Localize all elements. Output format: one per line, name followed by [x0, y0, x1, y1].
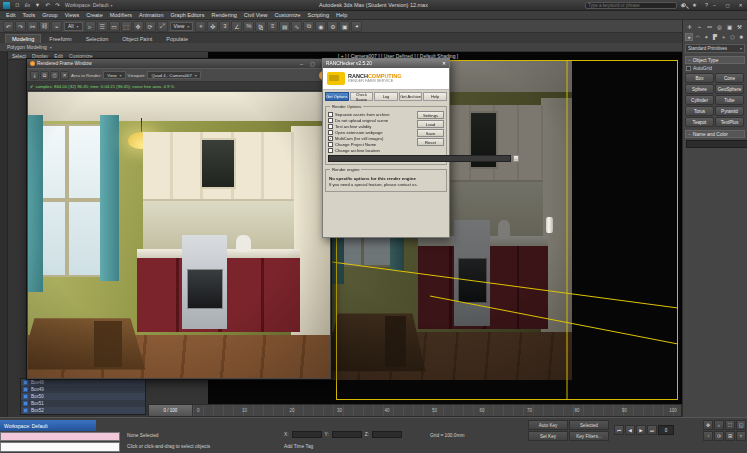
list-item[interactable]: Box49	[21, 386, 145, 393]
ranch-option-checkbox[interactable]: Change archive location	[328, 148, 415, 153]
ribbon-tab[interactable]: Selection	[80, 35, 115, 43]
ranch-option-checkbox[interactable]: ✓ MultiCam (for still images)	[328, 136, 415, 141]
select-and-link-icon[interactable]: ⚯	[27, 21, 38, 32]
maxscript-mini-listener-white[interactable]	[0, 442, 120, 452]
ranch-action-button[interactable]: Settings	[417, 111, 444, 119]
angle-snap-icon[interactable]: ∠	[231, 21, 242, 32]
zoom-all-icon[interactable]: ⌗	[736, 431, 746, 441]
add-time-tag[interactable]: Add Time Tag	[284, 444, 313, 449]
primitive-button[interactable]: Cone	[715, 73, 744, 83]
unlink-selection-icon[interactable]: ⛓	[39, 21, 50, 32]
ribbon-tab[interactable]: Freeform	[43, 35, 77, 43]
ranchecker-tab[interactable]: Get Options	[325, 92, 349, 101]
ranch-option-checkbox[interactable]: Do not upload original scene	[328, 118, 415, 123]
pan-icon[interactable]: ✥	[703, 420, 713, 430]
y-coordinate-input[interactable]	[332, 431, 362, 438]
primitive-button[interactable]: GeoSphere	[715, 84, 744, 94]
ranchecker-close-button[interactable]: ✕	[442, 61, 446, 66]
selection-set-dropdown[interactable]: Selected	[569, 420, 609, 430]
list-item[interactable]: Box50	[21, 393, 145, 400]
close-button[interactable]: ✕	[736, 1, 745, 9]
ribbon-tab[interactable]: Object Paint	[116, 35, 158, 43]
render-setup-icon[interactable]: ⚙	[327, 21, 338, 32]
ranch-option-checkbox[interactable]: Test archive validity	[328, 124, 415, 129]
communication-center-icon[interactable]: ◈	[678, 1, 687, 9]
current-frame-field[interactable]: 0	[658, 425, 674, 435]
object-name-input[interactable]	[686, 140, 747, 148]
select-by-name-icon[interactable]: ☰	[97, 21, 108, 32]
list-item[interactable]: Box51	[21, 400, 145, 407]
reference-coordinate-dropdown[interactable]: View	[170, 22, 194, 31]
lights-icon[interactable]: ✦	[702, 33, 710, 41]
mirror-icon[interactable]: ⧎	[255, 21, 266, 32]
render-production-icon[interactable]: ◕	[351, 21, 362, 32]
ranchecker-titlebar[interactable]: RANCHecker v2.5.20 ✕	[323, 59, 449, 68]
primitive-button[interactable]: Torus	[685, 106, 714, 116]
play-button[interactable]: ▶	[636, 425, 646, 435]
use-pivot-center-icon[interactable]: ⌖	[195, 21, 206, 32]
menu-item[interactable]: Graph Editors	[171, 12, 205, 18]
favorites-icon[interactable]: ★	[690, 1, 699, 9]
autogrid-checkbox[interactable]	[686, 66, 691, 71]
snaps-toggle-icon[interactable]: 3	[219, 21, 230, 32]
time-slider[interactable]: 0 / 100	[149, 405, 193, 416]
menu-item[interactable]: Customize	[275, 12, 301, 18]
redo-icon[interactable]: ↷	[53, 1, 62, 9]
ranchecker-tab[interactable]: Log	[374, 92, 398, 101]
save-image-icon[interactable]: ⤓	[30, 71, 39, 80]
field-of-view-icon[interactable]: ◔	[703, 431, 713, 441]
menu-item[interactable]: Modifiers	[110, 12, 132, 18]
ranch-action-button[interactable]: Save	[417, 129, 444, 137]
cameras-icon[interactable]: ▛	[711, 33, 719, 41]
align-icon[interactable]: ≡	[267, 21, 278, 32]
motion-tab-icon[interactable]: ◎	[715, 22, 724, 31]
z-coordinate-input[interactable]	[372, 431, 402, 438]
primitive-button[interactable]: Pyramid	[715, 106, 744, 116]
menu-item[interactable]: Group	[42, 12, 57, 18]
menu-item[interactable]: Views	[65, 12, 80, 18]
selection-filter-dropdown[interactable]: All	[64, 22, 83, 31]
x-coordinate-input[interactable]	[292, 431, 322, 438]
zoom-icon[interactable]: ⌕	[714, 420, 724, 430]
save-file-icon[interactable]: ▼	[33, 1, 42, 9]
systems-icon[interactable]: ✱	[737, 33, 745, 41]
ranch-option-checkbox[interactable]: Separate assets from archive	[328, 112, 415, 117]
menu-item[interactable]: Rendering	[211, 12, 236, 18]
spacewarps-icon[interactable]: ⬡	[729, 33, 737, 41]
clear-image-icon[interactable]: ✕	[60, 71, 69, 80]
primitive-button[interactable]: Teapot	[685, 117, 714, 127]
display-tab-icon[interactable]: ▣	[725, 22, 734, 31]
clone-rendered-frame-icon[interactable]: ⧉	[40, 71, 49, 80]
open-file-icon[interactable]: 🗁	[23, 1, 32, 9]
3ds-max-logo[interactable]	[3, 2, 10, 9]
set-key-button[interactable]: Set Key	[528, 431, 568, 441]
ranch-action-button[interactable]: Reset	[417, 138, 444, 146]
select-object-icon[interactable]: ▹	[85, 21, 96, 32]
ranchecker-tab[interactable]: Get Archive	[399, 92, 423, 101]
helpers-icon[interactable]: ⌖	[720, 33, 728, 41]
menu-item[interactable]: Tools	[22, 12, 35, 18]
primitive-button[interactable]: Box	[685, 73, 714, 83]
modify-tab-icon[interactable]: ⌁	[695, 22, 704, 31]
primitive-button[interactable]: Cylinder	[685, 95, 714, 105]
select-and-manipulate-icon[interactable]: ✜	[207, 21, 218, 32]
minimize-button[interactable]: ‒	[710, 1, 719, 9]
rectangular-selection-icon[interactable]: ▭	[109, 21, 120, 32]
print-image-icon[interactable]: ⎙	[50, 71, 59, 80]
ranchecker-tab[interactable]: Check Scene	[350, 92, 374, 101]
go-to-start-button[interactable]: ⏮	[614, 425, 624, 435]
render-window-titlebar[interactable]: Rendered Frame Window ‒ ◻ ✕	[27, 59, 331, 68]
auto-key-button[interactable]: Auto Key	[528, 420, 568, 430]
select-and-scale-icon[interactable]: ⤢	[157, 21, 168, 32]
shapes-icon[interactable]: ◠	[694, 33, 702, 41]
zoom-extents-icon[interactable]: ⛶	[725, 420, 735, 430]
key-filters-button[interactable]: Key Filters...	[569, 431, 609, 441]
explorer-menu-item[interactable]: Select	[12, 53, 26, 59]
menu-item[interactable]: Civil View	[244, 12, 268, 18]
area-to-render-dropdown[interactable]: View	[103, 71, 125, 79]
menu-item[interactable]: Help	[336, 12, 347, 18]
select-and-move-icon[interactable]: ✥	[133, 21, 144, 32]
select-and-rotate-icon[interactable]: ⟳	[145, 21, 156, 32]
primitive-button[interactable]: Sphere	[685, 84, 714, 94]
undo-icon[interactable]: ↶	[3, 21, 14, 32]
